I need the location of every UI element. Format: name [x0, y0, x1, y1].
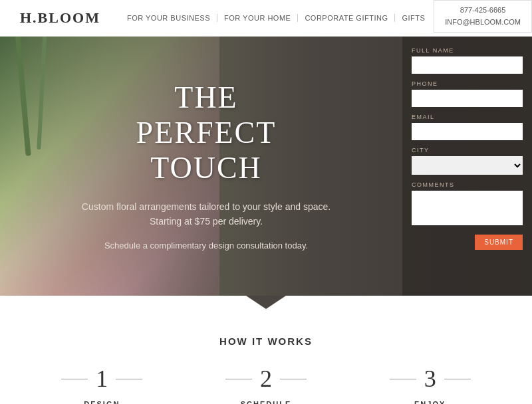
how-it-works-section: HOW IT WORKS 1 DESIGN Your personal desi… — [0, 316, 532, 404]
hero-content: THE PERFECT TOUCH Custom floral arrangem… — [80, 80, 332, 252]
comments-label: COMMENTS — [412, 181, 523, 188]
phone-label: PHONE — [412, 80, 523, 87]
step-3-line-right — [444, 379, 471, 379]
step-1: 1 DESIGN Your personal design consultant… — [27, 367, 178, 404]
step-3-line-left — [390, 379, 416, 379]
nav-item-corporate[interactable]: CORPORATE GIFTING — [298, 14, 395, 22]
step-1-line-left — [61, 379, 88, 379]
hero-title-line1: THE — [174, 80, 237, 114]
step-3-label: ENJOY — [361, 400, 499, 404]
chevron-divider — [0, 296, 532, 316]
main-nav: FOR YOUR BUSINESS FOR YOUR HOME CORPORAT… — [120, 14, 432, 22]
submit-button[interactable]: SUBMIT — [475, 235, 523, 250]
steps-container: 1 DESIGN Your personal design consultant… — [27, 367, 505, 404]
site-logo[interactable]: H.BLOOM — [20, 9, 100, 27]
hero-section: THE PERFECT TOUCH Custom floral arrangem… — [0, 37, 532, 296]
city-label: CITY — [412, 147, 523, 153]
hero-title: THE PERFECT TOUCH — [80, 80, 332, 186]
step-3-number: 3 — [424, 367, 436, 391]
hero-subtitle: Custom floral arrangements tailored to y… — [80, 199, 332, 229]
site-header: H.BLOOM FOR YOUR BUSINESS FOR YOUR HOME … — [0, 0, 532, 37]
step-1-line-right — [116, 379, 142, 379]
hero-cta: Schedule a complimentary design consulta… — [80, 239, 332, 252]
step-3: 3 ENJOY We hand deliver your custom arra… — [354, 367, 505, 404]
contact-phone[interactable]: 877-425-6665 — [445, 5, 521, 17]
email-label: EMAIL — [412, 114, 523, 120]
step-2-line-right — [280, 379, 307, 379]
nav-item-home[interactable]: FOR YOUR HOME — [217, 14, 298, 22]
city-select[interactable] — [412, 156, 523, 175]
comments-textarea[interactable] — [412, 191, 523, 225]
hero-title-line2: PERFECT TOUCH — [136, 115, 277, 184]
step-1-number: 1 — [96, 367, 108, 391]
how-it-works-title: HOW IT WORKS — [27, 336, 505, 347]
step-3-number-row: 3 — [361, 367, 499, 391]
step-2: 2 SCHEDULE We provide a custom proposal … — [191, 367, 342, 404]
step-2-number: 2 — [260, 367, 272, 391]
step-1-number-row: 1 — [33, 367, 171, 391]
contact-form-panel: FULL NAME PHONE EMAIL CITY COMMENTS SUBM… — [402, 37, 532, 296]
email-input[interactable] — [412, 123, 523, 140]
step-2-number-row: 2 — [198, 367, 335, 391]
contact-email[interactable]: INFO@HBLOOM.COM — [445, 17, 521, 29]
nav-item-business[interactable]: FOR YOUR BUSINESS — [120, 14, 217, 22]
step-1-label: DESIGN — [33, 400, 171, 404]
step-2-line-left — [225, 379, 252, 379]
phone-input[interactable] — [412, 90, 523, 107]
full-name-input[interactable] — [412, 56, 523, 74]
full-name-label: FULL NAME — [412, 47, 523, 54]
step-2-label: SCHEDULE — [198, 400, 335, 404]
contact-info: 877-425-6665 INFO@HBLOOM.COM — [434, 0, 532, 33]
nav-item-gifts[interactable]: GIFTS — [395, 14, 432, 22]
